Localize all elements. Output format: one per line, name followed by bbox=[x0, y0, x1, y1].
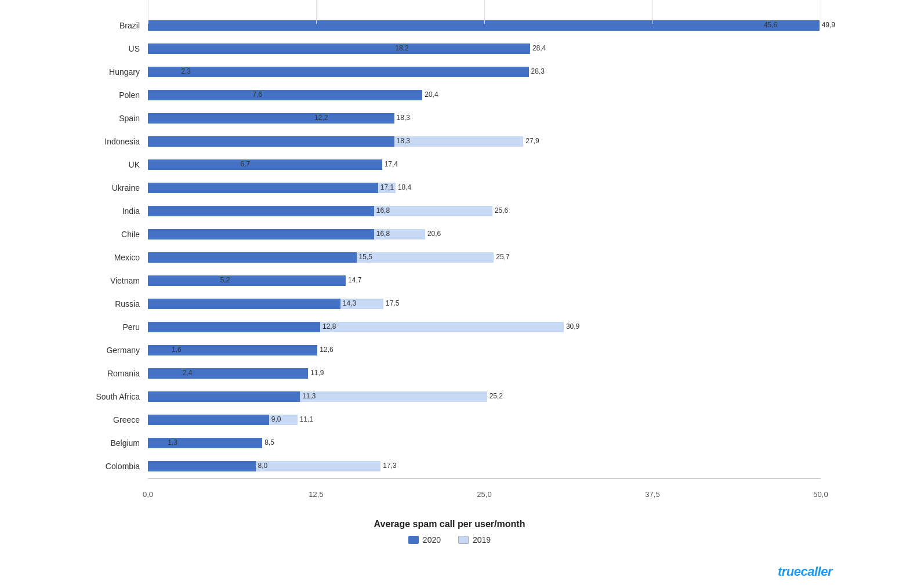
bars-area: 14,317,5 bbox=[148, 296, 821, 312]
country-label: Peru bbox=[78, 322, 148, 332]
bar-label-2020: 8,5 bbox=[264, 438, 274, 447]
chart-row: US28,418,2 bbox=[78, 38, 821, 60]
bar-label-2019: 6,7 bbox=[240, 160, 250, 168]
bars-area: 17,118,4 bbox=[148, 180, 821, 196]
legend-item-2020: 2020 bbox=[408, 535, 441, 545]
country-label: Brazil bbox=[78, 21, 148, 30]
country-label: UK bbox=[78, 160, 148, 169]
chart-container: Brazil49,945,6US28,418,2Hungary28,32,3Po… bbox=[44, 0, 855, 588]
chart-row: Russia14,317,5 bbox=[78, 293, 821, 315]
bar-2020 bbox=[148, 299, 340, 309]
chart-row: UK17,46,7 bbox=[78, 154, 821, 176]
legend-box-2020 bbox=[408, 536, 419, 544]
bar-label-2020: 17,4 bbox=[385, 160, 398, 168]
country-label: Ukraine bbox=[78, 183, 148, 193]
bar-label-2019: 1,6 bbox=[172, 346, 182, 354]
chart-row: Chile16,820,6 bbox=[78, 223, 821, 245]
bars-area: 14,75,2 bbox=[148, 273, 821, 289]
grid-line bbox=[821, 0, 821, 24]
legend-box-2019 bbox=[458, 536, 469, 544]
bar-label-2020: 49,9 bbox=[822, 21, 835, 29]
legend-item-2019: 2019 bbox=[458, 535, 491, 545]
bar-label-2019: 2,3 bbox=[181, 67, 191, 75]
chart-row: Peru12,830,9 bbox=[78, 316, 821, 338]
grid-container: Brazil49,945,6US28,418,2Hungary28,32,3Po… bbox=[78, 14, 821, 502]
country-label: Indonesia bbox=[78, 137, 148, 146]
bar-label-2019: 25,2 bbox=[490, 392, 503, 400]
country-label: Greece bbox=[78, 415, 148, 424]
chart-row: Romania11,92,4 bbox=[78, 362, 821, 384]
chart-row: India16,825,6 bbox=[78, 200, 821, 222]
x-tick-label: 37,5 bbox=[645, 490, 659, 499]
bars-area: 8,017,3 bbox=[148, 458, 821, 474]
bars-area: 16,820,6 bbox=[148, 226, 821, 242]
bar-2020 bbox=[148, 159, 382, 170]
country-label: Hungary bbox=[78, 67, 148, 77]
bar-label-2020: 12,8 bbox=[322, 322, 336, 331]
bar-label-2020: 16,8 bbox=[376, 206, 390, 215]
x-tick-label: 0,0 bbox=[143, 490, 153, 499]
bar-2020 bbox=[148, 438, 262, 448]
bar-label-2020: 15,5 bbox=[359, 253, 372, 261]
bar-label-2020: 18,3 bbox=[397, 137, 410, 145]
bar-label-2019: 17,5 bbox=[386, 299, 399, 307]
country-label: Chile bbox=[78, 230, 148, 239]
country-label: Germany bbox=[78, 346, 148, 355]
bar-label-2019: 18,2 bbox=[395, 44, 408, 52]
bar-label-2019: 2,4 bbox=[183, 369, 193, 377]
bar-2020 bbox=[148, 275, 346, 286]
bars-area: 18,327,9 bbox=[148, 133, 821, 150]
bars-area: 28,32,3 bbox=[148, 64, 821, 80]
bar-label-2019: 11,1 bbox=[300, 415, 313, 423]
country-label: South Africa bbox=[78, 392, 148, 401]
bars-area: 18,312,2 bbox=[148, 110, 821, 126]
chart-row: Mexico15,525,7 bbox=[78, 246, 821, 268]
bar-2020 bbox=[148, 415, 269, 425]
bar-label-2020: 11,3 bbox=[302, 392, 316, 400]
bar-label-2019: 5,2 bbox=[220, 276, 230, 284]
legend-label-2019: 2019 bbox=[473, 535, 491, 545]
bars-area: 8,51,3 bbox=[148, 435, 821, 451]
bar-label-2019: 25,6 bbox=[495, 206, 508, 215]
x-axis: 0,012,525,037,550,0 bbox=[148, 488, 821, 502]
bar-label-2020: 28,4 bbox=[532, 44, 546, 52]
bars-area: 15,525,7 bbox=[148, 249, 821, 266]
x-tick-label: 25,0 bbox=[477, 490, 491, 499]
country-label: Spain bbox=[78, 114, 148, 123]
bar-label-2020: 16,8 bbox=[376, 230, 390, 238]
country-label: Vietnam bbox=[78, 276, 148, 285]
bar-2020 bbox=[148, 90, 422, 100]
bar-2020 bbox=[148, 67, 529, 77]
chart-row: Germany12,61,6 bbox=[78, 339, 821, 361]
bar-label-2020: 14,7 bbox=[348, 276, 361, 284]
chart-row: Spain18,312,2 bbox=[78, 107, 821, 129]
bar-2020 bbox=[148, 20, 820, 31]
x-tick-label: 12,5 bbox=[309, 490, 323, 499]
bars-area: 20,47,6 bbox=[148, 87, 821, 103]
x-tick-label: 50,0 bbox=[813, 490, 828, 499]
chart-area: Brazil49,945,6US28,418,2Hungary28,32,3Po… bbox=[78, 14, 821, 478]
bar-2020 bbox=[148, 43, 530, 54]
chart-row: Hungary28,32,3 bbox=[78, 61, 821, 83]
bar-label-2020: 9,0 bbox=[271, 415, 281, 423]
bar-label-2019: 30,9 bbox=[566, 322, 579, 331]
chart-row: Belgium8,51,3 bbox=[78, 432, 821, 454]
chart-row: Brazil49,945,6 bbox=[78, 14, 821, 37]
bar-label-2020: 18,3 bbox=[397, 114, 410, 122]
chart-row: Greece9,011,1 bbox=[78, 409, 821, 431]
country-label: US bbox=[78, 44, 148, 53]
bar-2020 bbox=[148, 183, 378, 193]
bar-label-2019: 18,4 bbox=[398, 183, 411, 191]
country-label: Romania bbox=[78, 369, 148, 378]
bar-label-2020: 8,0 bbox=[258, 462, 268, 470]
chart-row: Colombia8,017,3 bbox=[78, 455, 821, 477]
bar-label-2019: 1,3 bbox=[168, 438, 177, 447]
bar-label-2020: 14,3 bbox=[343, 299, 356, 307]
bars-area: 49,945,6 bbox=[148, 17, 821, 34]
chart-row: Indonesia18,327,9 bbox=[78, 130, 821, 153]
bar-2020 bbox=[148, 322, 320, 332]
bars-area: 28,418,2 bbox=[148, 41, 821, 57]
chart-row: Vietnam14,75,2 bbox=[78, 270, 821, 292]
legend: 2020 2019 bbox=[78, 535, 821, 545]
bar-2020 bbox=[148, 206, 374, 216]
